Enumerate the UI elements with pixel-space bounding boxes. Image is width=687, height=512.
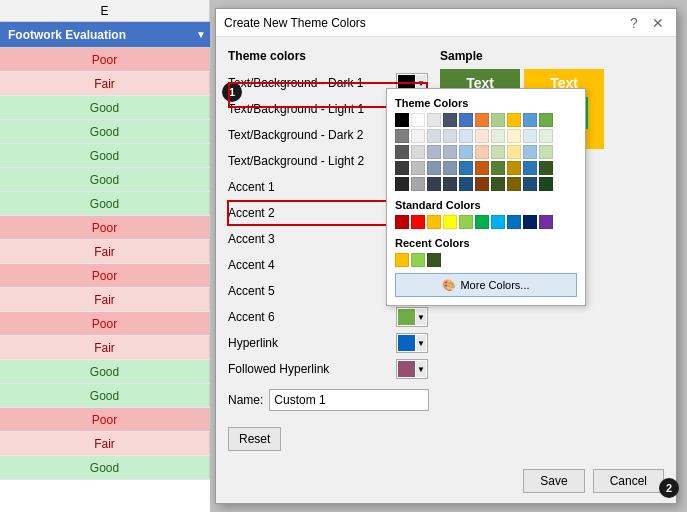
- color-cell[interactable]: [491, 129, 505, 143]
- color-grid-row: [395, 129, 577, 143]
- spreadsheet-row: Fair: [0, 336, 210, 360]
- color-cell[interactable]: [411, 161, 425, 175]
- color-cell[interactable]: [459, 129, 473, 143]
- color-picker-popup[interactable]: Theme Colors Standard Colors Recent Colo…: [386, 88, 586, 306]
- swatch-followed-hyperlink[interactable]: ▼: [396, 359, 428, 379]
- color-cell[interactable]: [523, 177, 537, 191]
- color-cell[interactable]: [475, 161, 489, 175]
- color-cell[interactable]: [443, 177, 457, 191]
- palette-icon: 🎨: [442, 279, 456, 292]
- sample-label: Sample: [440, 49, 664, 63]
- color-cell[interactable]: [523, 145, 537, 159]
- spreadsheet-row: Fair: [0, 72, 210, 96]
- color-cell[interactable]: [491, 113, 505, 127]
- color-cell[interactable]: [427, 145, 441, 159]
- standard-color-cell[interactable]: [411, 215, 425, 229]
- spreadsheet-title[interactable]: Footwork Evaluation ▼: [0, 22, 210, 48]
- standard-color-cell[interactable]: [507, 215, 521, 229]
- color-cell[interactable]: [507, 113, 521, 127]
- standard-color-cell[interactable]: [539, 215, 553, 229]
- color-cell[interactable]: [491, 161, 505, 175]
- name-input[interactable]: [269, 389, 429, 411]
- save-button[interactable]: Save: [523, 469, 584, 493]
- recent-color-cell[interactable]: [427, 253, 441, 267]
- spreadsheet-body: PoorFairGoodGoodGoodGoodGoodPoorFairPoor…: [0, 48, 210, 480]
- color-cell[interactable]: [443, 113, 457, 127]
- close-button[interactable]: ✕: [648, 13, 668, 33]
- spreadsheet-row: Good: [0, 168, 210, 192]
- color-cell[interactable]: [443, 145, 457, 159]
- color-cell[interactable]: [523, 161, 537, 175]
- color-cell[interactable]: [491, 177, 505, 191]
- more-colors-button[interactable]: 🎨 More Colors...: [395, 273, 577, 297]
- swatch-hyperlink[interactable]: ▼: [396, 333, 428, 353]
- color-cell[interactable]: [539, 113, 553, 127]
- color-cell[interactable]: [491, 145, 505, 159]
- color-row-followed-hyperlink: Followed Hyperlink▼: [228, 357, 428, 381]
- color-cell[interactable]: [507, 177, 521, 191]
- standard-color-cell[interactable]: [395, 215, 409, 229]
- color-cell[interactable]: [507, 145, 521, 159]
- theme-colors-picker-label: Theme Colors: [395, 97, 577, 109]
- color-cell[interactable]: [539, 145, 553, 159]
- color-cell[interactable]: [523, 113, 537, 127]
- standard-color-cell[interactable]: [475, 215, 489, 229]
- color-cell[interactable]: [411, 145, 425, 159]
- spreadsheet-row: Good: [0, 456, 210, 480]
- color-cell[interactable]: [443, 161, 457, 175]
- spreadsheet-row: Fair: [0, 288, 210, 312]
- color-cell[interactable]: [459, 177, 473, 191]
- color-cell[interactable]: [395, 177, 409, 191]
- standard-color-cell[interactable]: [427, 215, 441, 229]
- recent-color-cell[interactable]: [411, 253, 425, 267]
- spreadsheet-row: Poor: [0, 408, 210, 432]
- color-cell[interactable]: [411, 129, 425, 143]
- help-button[interactable]: ?: [624, 13, 644, 33]
- color-cell[interactable]: [539, 177, 553, 191]
- color-cell[interactable]: [395, 129, 409, 143]
- color-cell[interactable]: [475, 177, 489, 191]
- color-cell[interactable]: [539, 161, 553, 175]
- badge-2: 2: [659, 478, 679, 498]
- standard-colors-row: [395, 215, 577, 229]
- color-cell[interactable]: [459, 113, 473, 127]
- color-cell[interactable]: [507, 129, 521, 143]
- reset-button[interactable]: Reset: [228, 427, 281, 451]
- standard-colors-label: Standard Colors: [395, 199, 577, 211]
- recent-colors-row: [395, 253, 577, 267]
- color-cell[interactable]: [443, 129, 457, 143]
- color-row-hyperlink: Hyperlink▼: [228, 331, 428, 355]
- color-cell[interactable]: [459, 161, 473, 175]
- color-cell[interactable]: [411, 113, 425, 127]
- color-cell[interactable]: [427, 177, 441, 191]
- dialog-titlebar: Create New Theme Colors ? ✕: [216, 9, 676, 37]
- standard-color-cell[interactable]: [443, 215, 457, 229]
- spreadsheet-row: Poor: [0, 264, 210, 288]
- swatch-accent-6[interactable]: ▼: [396, 307, 428, 327]
- color-cell[interactable]: [459, 145, 473, 159]
- spreadsheet-row: Good: [0, 120, 210, 144]
- color-cell[interactable]: [539, 129, 553, 143]
- color-cell[interactable]: [427, 129, 441, 143]
- color-cell[interactable]: [475, 129, 489, 143]
- badge-1: 1: [222, 82, 242, 102]
- color-cell[interactable]: [395, 145, 409, 159]
- color-cell[interactable]: [475, 145, 489, 159]
- color-cell[interactable]: [395, 113, 409, 127]
- standard-color-cell[interactable]: [491, 215, 505, 229]
- color-cell[interactable]: [395, 161, 409, 175]
- dialog-controls: ? ✕: [624, 13, 668, 33]
- color-cell[interactable]: [507, 161, 521, 175]
- spreadsheet-row: Poor: [0, 312, 210, 336]
- color-cell[interactable]: [523, 129, 537, 143]
- recent-color-cell[interactable]: [395, 253, 409, 267]
- recent-colors-label: Recent Colors: [395, 237, 577, 249]
- color-cell[interactable]: [427, 161, 441, 175]
- standard-color-cell[interactable]: [523, 215, 537, 229]
- color-cell[interactable]: [411, 177, 425, 191]
- name-label: Name:: [228, 393, 263, 407]
- color-cell[interactable]: [427, 113, 441, 127]
- standard-color-cell[interactable]: [459, 215, 473, 229]
- color-cell[interactable]: [475, 113, 489, 127]
- cancel-button[interactable]: Cancel: [593, 469, 664, 493]
